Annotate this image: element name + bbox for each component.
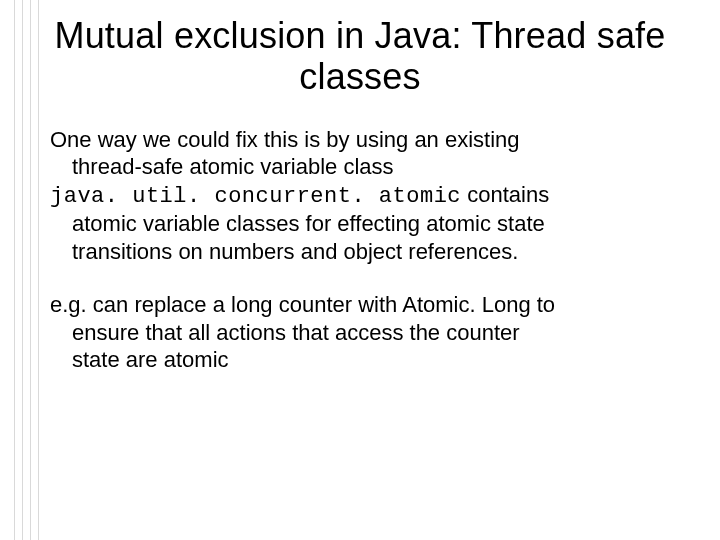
slide-content: Mutual exclusion in Java: Thread safe cl…: [0, 0, 720, 430]
para1-line1: One way we could fix this is by using an…: [50, 126, 670, 154]
para3-line3: state are atomic: [50, 346, 670, 374]
para3-line2: ensure that all actions that access the …: [50, 319, 670, 347]
slide-body: One way we could fix this is by using an…: [50, 126, 670, 374]
para1-line2: thread-safe atomic variable class: [50, 153, 670, 181]
para2-line3: transitions on numbers and object refere…: [50, 238, 670, 266]
para2-line1-rest: contains: [461, 182, 549, 207]
slide-title: Mutual exclusion in Java: Thread safe cl…: [50, 15, 670, 98]
paragraph-3: e.g. can replace a long counter with Ato…: [50, 291, 670, 374]
para2-line2: atomic variable classes for effecting at…: [50, 210, 670, 238]
para3-line1: e.g. can replace a long counter with Ato…: [50, 291, 670, 319]
paragraph-2: java. util. concurrent. atomic contains …: [50, 181, 670, 266]
para2-line1: java. util. concurrent. atomic contains: [50, 181, 670, 211]
paragraph-1: One way we could fix this is by using an…: [50, 126, 670, 181]
code-package-name: java. util. concurrent. atomic: [50, 184, 461, 209]
